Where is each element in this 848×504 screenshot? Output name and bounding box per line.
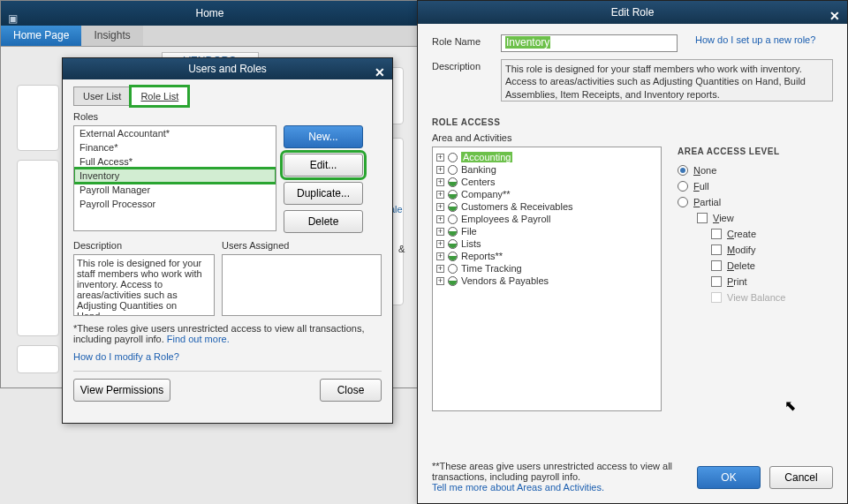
chk-delete[interactable]: Delete [711,260,833,271]
expand-icon[interactable]: + [436,265,444,273]
role-name-value: Inventory [505,36,550,49]
expand-icon[interactable]: + [436,178,444,186]
expand-icon[interactable]: + [436,252,444,260]
tree-label: Reports** [461,251,503,261]
tree-label: Lists [461,238,481,249]
view-permissions-button[interactable]: View Permissions [73,379,170,402]
setup-role-help-link[interactable]: How do I set up a new role? [695,34,815,45]
expand-icon[interactable]: + [436,154,444,162]
chk-label: Create [727,229,756,239]
status-icon [448,252,458,261]
radio-label: Partial [693,197,721,207]
expand-icon[interactable]: + [436,277,444,285]
modify-role-link[interactable]: How do I modify a Role? [73,351,179,362]
role-name-input[interactable]: Inventory [501,34,678,52]
description-label: Description [73,240,215,251]
chk-label: View Balance [727,292,785,303]
tree-item[interactable]: +File [435,225,659,237]
expand-icon[interactable]: + [436,166,444,174]
er-description-label: Description [432,59,494,71]
users-assigned-label: Users Assigned [222,240,382,251]
cancel-button[interactable]: Cancel [769,466,833,489]
close-icon[interactable]: ✕ [375,62,385,83]
tree-label: Centers [461,177,496,187]
chk-print[interactable]: Print [711,276,833,287]
role-name-label: Role Name [432,34,494,47]
tree-item[interactable]: +Lists [435,237,659,250]
status-icon [448,239,458,249]
panel [17,85,59,151]
chk-modify[interactable]: Modify [711,244,833,255]
radio-label: Full [693,181,709,192]
tree-label: Employees & Payroll [461,214,551,224]
tree-item[interactable]: +Reports** [435,250,659,262]
ur-tabs: User List Role List [73,87,382,106]
tab-role-list[interactable]: Role List [131,87,188,106]
radio-none[interactable]: None [678,165,833,176]
ur-titlebar: Users and Roles ✕ [63,58,392,79]
er-description-text[interactable]: This role is designed for your staff mem… [501,59,833,102]
list-item[interactable]: External Accountant* [74,126,276,140]
chk-label: Print [727,276,747,287]
window-icon: ▣ [8,6,18,31]
tab-user-list[interactable]: User List [73,87,131,106]
radio-full[interactable]: Full [678,181,833,192]
tree-item[interactable]: +Accounting [435,151,659,163]
chk-create[interactable]: Create [711,229,833,239]
tree-item[interactable]: +Centers [435,176,659,188]
tell-me-more-link[interactable]: Tell me more about Areas and Activities. [432,482,604,493]
fragment-text: & [398,244,405,254]
status-icon [448,177,458,187]
radio-icon [678,181,688,192]
new-button[interactable]: New... [284,125,363,148]
status-icon [448,202,458,212]
list-item-selected[interactable]: Inventory [74,169,276,183]
tab-insights[interactable]: Insights [81,26,142,46]
list-item[interactable]: Payroll Processor [74,197,276,211]
edit-role-dialog: Edit Role ✕ Role Name Inventory How do I… [417,0,848,504]
list-item[interactable]: Payroll Manager [74,183,276,197]
expand-icon[interactable]: + [436,203,444,211]
area-tree[interactable]: +Accounting+Banking+Centers+Company**+Cu… [432,147,662,411]
tree-item[interactable]: +Customers & Receivables [435,200,659,213]
tree-item[interactable]: +Vendors & Payables [435,275,659,287]
er-note: **These areas give users unrestricted ac… [432,461,697,482]
users-assigned-box [222,254,382,316]
expand-icon[interactable]: + [436,215,444,223]
status-icon [448,227,458,237]
expand-icon[interactable]: + [436,191,444,199]
radio-partial[interactable]: Partial [678,197,833,207]
radio-icon [678,197,688,207]
description-box: This role is designed for your staff mem… [73,254,215,316]
radio-icon [678,165,688,176]
chk-view[interactable]: View [697,213,833,223]
tree-label: Accounting [461,152,512,162]
ok-button[interactable]: OK [697,466,761,489]
edit-button[interactable]: Edit... [284,154,363,177]
panel [17,345,59,373]
expand-icon[interactable]: + [436,228,444,236]
main-title: Home [195,7,223,19]
roles-list[interactable]: External Accountant* Finance* Full Acces… [73,125,276,231]
users-and-roles-dialog: Users and Roles ✕ User List Role List Ro… [62,57,393,424]
role-access-heading: ROLE ACCESS [432,117,833,127]
duplicate-button[interactable]: Duplicate... [284,182,363,205]
list-item[interactable]: Finance* [74,140,276,154]
list-item[interactable]: Full Access* [74,154,276,169]
status-icon [448,165,458,175]
er-titlebar: Edit Role ✕ [418,1,847,24]
tree-item[interactable]: +Banking [435,163,659,176]
chk-label: Modify [727,244,755,255]
tree-item[interactable]: +Company** [435,188,659,200]
status-icon [448,190,458,199]
find-out-more-link[interactable]: Find out more. [167,334,230,344]
delete-button[interactable]: Delete [284,210,363,233]
ur-title: Users and Roles [188,63,267,75]
tree-item[interactable]: +Employees & Payroll [435,213,659,225]
checkbox-icon [697,213,708,223]
close-button[interactable]: Close [320,379,382,402]
expand-icon[interactable]: + [436,240,444,248]
tree-item[interactable]: +Time Tracking [435,262,659,275]
close-icon[interactable]: ✕ [829,4,840,27]
chk-label: Delete [727,260,755,271]
